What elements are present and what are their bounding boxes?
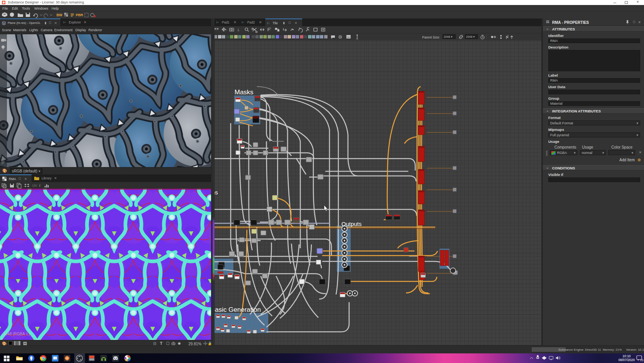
svg-text:i.: i. — [238, 28, 240, 32]
svg-text:PBR: PBR — [76, 13, 83, 17]
svg-text:BW: BW — [57, 13, 62, 17]
svg-text:Outputs: Outputs — [341, 221, 362, 227]
svg-text:Basic Generation: Basic Generation — [215, 306, 261, 313]
svg-text:rns: rns — [215, 189, 218, 196]
svg-text:UV: UV — [32, 184, 37, 187]
svg-text:Masks: Masks — [235, 89, 253, 96]
svg-text:i: i — [39, 183, 40, 187]
